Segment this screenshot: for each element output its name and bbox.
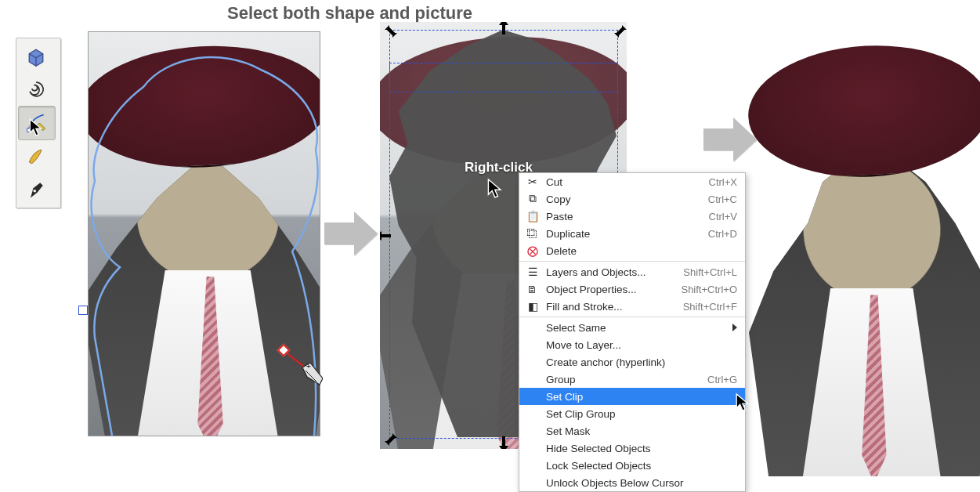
context-menu-separator [519, 317, 745, 317]
context-menu-item-delete[interactable]: ⨂Delete [519, 242, 745, 259]
scale-handle-top[interactable] [496, 22, 512, 34]
context-menu-item-create-anchor-hyperlink[interactable]: Create anchor (hyperlink) [519, 353, 745, 371]
copy-icon: ⧉ [526, 193, 540, 205]
scale-handle-left[interactable] [380, 228, 391, 244]
svg-marker-7 [324, 212, 378, 255]
paste-icon: 📋 [526, 210, 540, 222]
cursor-icon [28, 118, 45, 138]
cursor-icon [735, 392, 752, 414]
context-menu: ✂CutCtrl+X⧉CopyCtrl+C📋PasteCtrl+V⿻Duplic… [519, 172, 746, 492]
context-menu-item-shortcut: Ctrl+G [707, 374, 737, 385]
spiral-tool[interactable] [18, 73, 54, 106]
context-menu-item-label: Object Properties... [546, 284, 681, 295]
context-menu-item-shortcut: Shift+Ctrl+F [683, 301, 737, 313]
duplicate-icon: ⿻ [526, 228, 540, 240]
svg-marker-4 [302, 363, 323, 385]
cursor-icon [486, 177, 505, 201]
context-menu-item-label: Lock Selected Objects [546, 460, 737, 472]
fill-icon: ◧ [526, 300, 540, 313]
calligraphy-tool[interactable] [18, 140, 54, 173]
context-menu-item-label: Unlock Objects Below Cursor [546, 477, 737, 489]
context-menu-item-object-properties[interactable]: 🗎Object Properties...Shift+Ctrl+O [519, 280, 745, 298]
context-menu-item-label: Select Same [546, 322, 737, 334]
context-menu-item-shortcut: Shift+Ctrl+O [681, 284, 737, 295]
cut-icon: ✂ [526, 175, 540, 188]
context-menu-item-cut[interactable]: ✂CutCtrl+X [519, 173, 745, 190]
context-menu-item-label: Hide Selected Objects [546, 443, 737, 454]
context-menu-item-label: Create anchor (hyperlink) [546, 356, 737, 368]
properties-icon: 🗎 [526, 284, 540, 295]
pen-nib-icon: + [302, 363, 323, 386]
context-menu-item-label: Fill and Stroke... [546, 301, 683, 313]
step-arrow-icon [324, 212, 378, 255]
svg-marker-13 [387, 433, 397, 443]
context-menu-item-duplicate[interactable]: ⿻DuplicateCtrl+D [519, 225, 745, 242]
clipped-figure [749, 134, 980, 476]
context-menu-separator [519, 261, 745, 262]
context-menu-item-copy[interactable]: ⧉CopyCtrl+C [519, 190, 745, 208]
context-menu-item-label: Set Mask [546, 425, 737, 437]
context-menu-item-unlock-objects-below-cursor[interactable]: Unlock Objects Below Cursor [519, 474, 745, 491]
submenu-arrow-icon [732, 324, 737, 331]
instruction-title: Select both shape and picture [227, 3, 472, 24]
context-menu-item-shortcut: Ctrl+X [709, 176, 737, 188]
context-menu-item-group[interactable]: GroupCtrl+G [519, 371, 745, 388]
context-menu-item-label: Group [546, 374, 707, 385]
selection-inner-box [389, 63, 618, 92]
context-menu-item-label: Copy [546, 194, 708, 205]
scale-handle-bottom[interactable] [496, 436, 512, 449]
svg-marker-9 [387, 27, 397, 38]
context-menu-item-label: Delete [546, 245, 737, 257]
context-menu-item-label: Paste [546, 211, 709, 222]
context-menu-item-label: Cut [546, 176, 709, 188]
scale-handle-top-right[interactable] [613, 24, 627, 39]
pen-tool[interactable] [18, 173, 54, 206]
bezier-pen-cursor: + [282, 349, 329, 396]
context-menu-item-shortcut: Ctrl+C [708, 194, 737, 205]
context-menu-item-hide-selected-objects[interactable]: Hide Selected Objects [519, 440, 745, 457]
step3-result [757, 30, 980, 468]
context-menu-item-label: Duplicate [546, 228, 708, 240]
context-menu-item-label: Set Clip Group [546, 408, 737, 420]
scale-handle-bottom-left[interactable] [383, 432, 399, 447]
scale-handle-top-left[interactable] [383, 24, 399, 39]
svg-text:+: + [306, 363, 311, 371]
context-menu-item-paste[interactable]: 📋PasteCtrl+V [519, 208, 745, 225]
3d-box-tool[interactable] [18, 40, 54, 73]
svg-marker-17 [499, 436, 508, 449]
svg-point-3 [34, 190, 37, 193]
context-menu-item-shortcut: Ctrl+V [709, 211, 737, 222]
mannequin-hat [744, 37, 980, 186]
context-menu-item-shortcut: Shift+Ctrl+L [683, 266, 737, 278]
context-menu-item-shortcut: Ctrl+D [708, 228, 737, 240]
step-arrow-icon [703, 118, 757, 161]
context-menu-item-label: Set Clip [546, 391, 737, 403]
svg-marker-11 [614, 27, 624, 38]
delete-icon: ⨂ [526, 244, 540, 257]
context-menu-item-label: Layers and Objects... [546, 266, 683, 278]
node-handle[interactable] [78, 306, 88, 315]
context-menu-item-set-clip-group[interactable]: Set Clip Group [519, 405, 745, 422]
context-menu-item-layers-and-objects[interactable]: ☰Layers and Objects...Shift+Ctrl+L [519, 263, 745, 280]
svg-marker-20 [703, 118, 757, 161]
svg-marker-18 [380, 231, 391, 241]
context-menu-item-move-to-layer[interactable]: Move to Layer... [519, 336, 745, 353]
context-menu-item-select-same[interactable]: Select Same [519, 319, 745, 336]
context-menu-item-lock-selected-objects[interactable]: Lock Selected Objects [519, 457, 745, 474]
svg-marker-16 [499, 22, 508, 34]
context-menu-item-fill-and-stroke[interactable]: ◧Fill and Stroke...Shift+Ctrl+F [519, 298, 745, 315]
context-menu-item-set-clip[interactable]: Set Clip [519, 388, 745, 405]
context-menu-item-set-mask[interactable]: Set Mask [519, 422, 745, 440]
layers-icon: ☰ [526, 266, 540, 278]
context-menu-item-label: Move to Layer... [546, 339, 737, 351]
